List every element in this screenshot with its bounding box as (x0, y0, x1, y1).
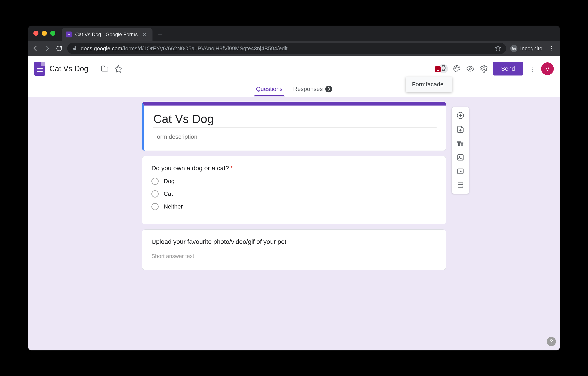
option-row[interactable]: Cat (151, 190, 437, 198)
tab-responses-label: Responses (293, 86, 323, 92)
help-button[interactable]: ? (546, 337, 556, 346)
browser-menu-button[interactable]: ⋮ (546, 45, 556, 52)
form-column: Cat Vs Dog Do you own a dog or a cat?* D… (142, 102, 446, 270)
svg-point-13 (459, 156, 460, 157)
import-questions-button[interactable] (454, 123, 466, 135)
question-2-title: Upload your favourite photo/video/gif of… (151, 238, 437, 245)
responses-count-badge: 3 (325, 86, 332, 92)
addons-wrapper: 1 Formfacade (439, 64, 448, 73)
preview-button[interactable] (466, 64, 475, 73)
svg-rect-15 (458, 183, 463, 184)
more-button[interactable]: ⋮ (528, 64, 537, 73)
svg-point-5 (456, 66, 457, 67)
move-to-folder-button[interactable] (100, 64, 109, 73)
lock-icon (72, 45, 77, 51)
forward-button[interactable] (43, 45, 51, 52)
send-button[interactable]: Send (493, 62, 523, 76)
minimize-window-button[interactable] (42, 31, 47, 36)
svg-rect-16 (458, 186, 463, 188)
form-description-input[interactable] (153, 132, 437, 142)
add-video-button[interactable] (454, 165, 466, 177)
radio-icon (151, 203, 159, 210)
floating-toolbar: TT (452, 107, 469, 194)
account-avatar[interactable]: V (541, 62, 554, 75)
option-row[interactable]: Neither (151, 203, 437, 210)
form-name-input[interactable] (49, 64, 96, 73)
svg-text:T: T (461, 142, 463, 146)
tab-questions[interactable]: Questions (256, 81, 283, 96)
addon-menu: Formfacade (406, 77, 452, 92)
address-bar: docs.google.com/forms/d/1QrEYytV662N0O5a… (28, 41, 560, 56)
browser-tab[interactable]: Cat Vs Dog - Google Forms ✕ (62, 28, 152, 41)
close-tab-icon[interactable]: ✕ (141, 31, 148, 38)
omnibox[interactable]: docs.google.com/forms/d/1QrEYytV662N0O5a… (67, 43, 506, 54)
new-tab-button[interactable]: ＋ (157, 29, 163, 39)
svg-text:T: T (457, 140, 461, 147)
close-window-button[interactable] (33, 31, 38, 36)
tab-responses[interactable]: Responses 3 (293, 81, 332, 96)
required-star-icon: * (230, 165, 233, 172)
svg-rect-3 (73, 48, 76, 50)
svg-point-4 (454, 68, 455, 68)
settings-button[interactable] (479, 64, 489, 73)
add-title-button[interactable]: TT (454, 137, 466, 149)
forms-favicon-icon (66, 32, 72, 37)
back-button[interactable] (32, 45, 39, 52)
reload-button[interactable] (55, 45, 63, 52)
short-answer-placeholder: Short answer text (151, 251, 228, 261)
question-card-2[interactable]: Upload your favourite photo/video/gif of… (142, 230, 446, 270)
url-text: docs.google.com/forms/d/1QrEYytV662N0O5a… (81, 45, 287, 52)
maximize-window-button[interactable] (50, 31, 55, 36)
addon-badge: 1 (435, 66, 441, 72)
radio-icon (151, 178, 159, 185)
app-content: 1 Formfacade Send ⋮ V (28, 56, 560, 350)
theme-button[interactable] (452, 64, 462, 73)
incognito-label: Incognito (520, 45, 542, 52)
star-button[interactable] (114, 64, 123, 73)
bookmark-star-icon[interactable] (495, 45, 501, 52)
form-canvas: Cat Vs Dog Do you own a dog or a cat?* D… (28, 97, 560, 350)
titlebar: Cat Vs Dog - Google Forms ✕ ＋ (28, 26, 560, 41)
svg-point-8 (483, 68, 485, 70)
svg-point-6 (458, 67, 459, 68)
svg-point-7 (469, 68, 472, 70)
form-title[interactable]: Cat Vs Dog (153, 112, 437, 128)
question-1-title: Do you own a dog or a cat?* (151, 165, 437, 172)
add-image-button[interactable] (454, 151, 466, 163)
add-section-button[interactable] (454, 179, 466, 191)
option-row[interactable]: Dog (151, 178, 437, 185)
question-card-1[interactable]: Do you own a dog or a cat?* Dog Cat Neit… (142, 156, 446, 224)
option-label: Neither (164, 203, 183, 210)
forms-logo-icon[interactable] (34, 62, 45, 76)
form-tabs: Questions Responses 3 (28, 81, 560, 97)
add-question-button[interactable] (454, 110, 466, 122)
incognito-indicator[interactable]: Incognito (510, 45, 542, 52)
title-card[interactable]: Cat Vs Dog (142, 102, 446, 151)
browser-window: Cat Vs Dog - Google Forms ✕ ＋ docs.googl… (28, 26, 560, 350)
addon-menu-item-formfacade[interactable]: Formfacade (412, 81, 446, 88)
window-controls (33, 31, 55, 36)
option-label: Dog (164, 178, 174, 185)
tab-questions-label: Questions (256, 86, 283, 92)
tab-title: Cat Vs Dog - Google Forms (75, 32, 138, 37)
radio-icon (151, 190, 159, 198)
option-label: Cat (164, 190, 173, 197)
app-header: 1 Formfacade Send ⋮ V (28, 56, 560, 81)
incognito-icon (510, 45, 517, 52)
svg-rect-1 (68, 34, 70, 34)
